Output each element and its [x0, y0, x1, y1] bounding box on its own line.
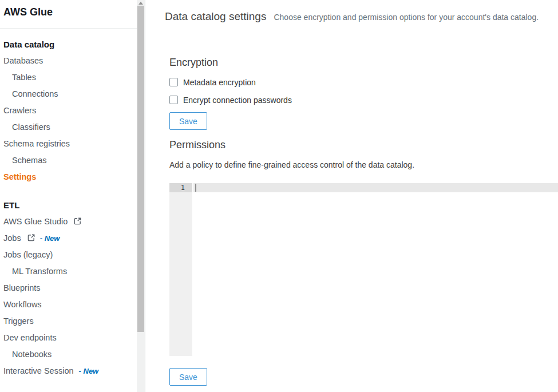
sidebar-item-jobs[interactable]: Jobs - New [0, 230, 137, 247]
main-content: Data catalog settings Choose encryption … [146, 0, 558, 392]
sidebar-item-settings[interactable]: Settings [0, 169, 137, 185]
sidebar-item-ml-transforms[interactable]: ML Transforms [0, 263, 137, 280]
editor-active-line [193, 183, 558, 192]
sidebar-item-connections[interactable]: Connections [0, 86, 137, 102]
new-badge: - New [79, 367, 99, 375]
sidebar-item-blueprints[interactable]: Blueprints [0, 280, 137, 296]
encrypt-passwords-row: Encrypt connection passwords [169, 95, 558, 105]
sidebar-item-workflows[interactable]: Workflows [0, 296, 137, 313]
sidebar-item-triggers[interactable]: Triggers [0, 313, 137, 330]
app-title[interactable]: AWS Glue [0, 0, 137, 29]
sidebar-item-jobs-legacy[interactable]: Jobs (legacy) [0, 247, 137, 263]
sidebar-item-databases[interactable]: Databases [0, 53, 137, 69]
encrypt-passwords-label[interactable]: Encrypt connection passwords [183, 96, 292, 105]
editor-line-number: 1 [169, 183, 192, 192]
encrypt-passwords-checkbox[interactable] [169, 96, 178, 104]
sidebar-item-dev-endpoints[interactable]: Dev endpoints [0, 330, 137, 346]
editor-cursor [195, 184, 196, 192]
policy-editor[interactable]: 1 [169, 183, 558, 356]
external-link-icon [27, 231, 35, 247]
scroll-up-arrow-icon[interactable] [138, 2, 143, 5]
page-title: Data catalog settings [165, 10, 266, 23]
sidebar-scrollbar-track[interactable] [137, 0, 145, 392]
sidebar-item-classifiers[interactable]: Classifiers [0, 119, 137, 136]
sidebar-scrollbar-thumb[interactable] [137, 6, 144, 332]
encryption-save-button[interactable]: Save [169, 112, 207, 130]
sidebar-item-label: AWS Glue Studio [3, 217, 68, 226]
sidebar-item-tables[interactable]: Tables [0, 69, 137, 86]
permissions-save-button[interactable]: Save [169, 368, 207, 386]
sidebar-item-label: Interactive Session [3, 366, 74, 375]
sidebar-item-label: Jobs [3, 233, 21, 243]
sidebar: AWS Glue Data catalog Databases Tables C… [0, 0, 137, 392]
sidebar-section-etl: ETL [0, 197, 137, 213]
page-subtitle: Choose encryption and permission options… [274, 13, 539, 22]
metadata-encryption-checkbox[interactable] [169, 78, 178, 86]
encryption-heading: Encryption [169, 23, 558, 68]
sidebar-section-data-catalog: Data catalog [0, 36, 137, 53]
new-badge: - New [40, 234, 60, 243]
editor-gutter: 1 [169, 183, 192, 356]
permissions-heading: Permissions [169, 140, 558, 151]
metadata-encryption-label[interactable]: Metadata encryption [183, 78, 256, 87]
metadata-encryption-row: Metadata encryption [169, 77, 558, 87]
permissions-description: Add a policy to define fine-grained acce… [169, 160, 558, 169]
sidebar-item-schemas[interactable]: Schemas [0, 152, 137, 169]
sidebar-item-notebooks[interactable]: Notebooks [0, 346, 137, 363]
external-link-icon [74, 214, 81, 231]
sidebar-nav: Data catalog Databases Tables Connection… [0, 29, 137, 379]
sidebar-item-crawlers[interactable]: Crawlers [0, 102, 137, 119]
page-header: Data catalog settings Choose encryption … [165, 0, 558, 23]
sidebar-item-schema-registries[interactable]: Schema registries [0, 136, 137, 152]
sidebar-item-aws-glue-studio[interactable]: AWS Glue Studio [0, 213, 137, 230]
sidebar-item-interactive-session[interactable]: Interactive Session - New [0, 363, 137, 379]
editor-content[interactable] [192, 183, 558, 356]
